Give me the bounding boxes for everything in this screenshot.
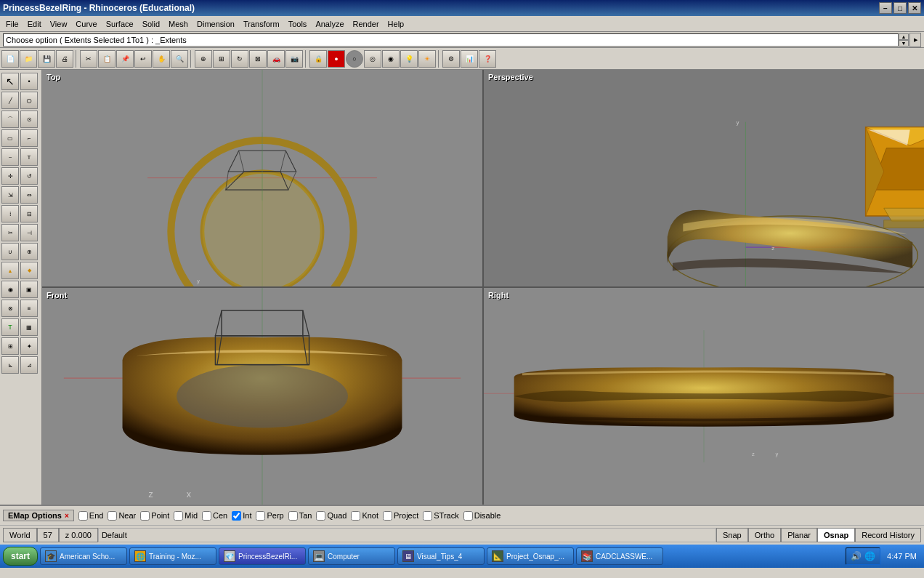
- snap-cen-check[interactable]: [202, 511, 211, 521]
- tb-light[interactable]: 💡: [400, 50, 418, 68]
- lt-mirror[interactable]: ⇔: [20, 186, 38, 204]
- lt-patch[interactable]: ◆: [20, 262, 38, 279]
- cmd-scroll-up[interactable]: ▲: [899, 33, 909, 40]
- snap-near-check[interactable]: [108, 511, 117, 521]
- menu-edit[interactable]: Edit: [23, 16, 46, 31]
- lt-polyline[interactable]: ⌐: [20, 129, 38, 147]
- status-snap[interactable]: Snap: [716, 528, 748, 542]
- snap-disable-check[interactable]: [463, 511, 473, 521]
- tb-camera[interactable]: 📷: [285, 50, 303, 68]
- lt-cage[interactable]: ⊞: [1, 337, 19, 355]
- tb-lock[interactable]: 🔒: [309, 50, 327, 68]
- menu-help[interactable]: Help: [384, 16, 409, 31]
- menu-dimension[interactable]: Dimension: [192, 16, 239, 31]
- lt-array[interactable]: ⁞: [1, 205, 19, 222]
- lt-extend[interactable]: ⊣: [20, 224, 38, 241]
- taskbar-app-rhino[interactable]: 💎 PrincessBezelRi...: [219, 547, 306, 565]
- tb-render-preview[interactable]: 🚗: [267, 50, 285, 68]
- tb-paste[interactable]: 📌: [116, 50, 134, 68]
- taskbar-app-computer[interactable]: 💻 Computer: [308, 547, 395, 565]
- snap-mid-check[interactable]: [174, 511, 183, 521]
- menu-view[interactable]: View: [46, 16, 72, 31]
- tb-new[interactable]: 📄: [1, 50, 19, 68]
- lt-arc[interactable]: ⌒: [1, 111, 19, 128]
- lt-extrude[interactable]: ▲: [1, 262, 19, 279]
- lt-rotate2[interactable]: ↺: [20, 167, 38, 185]
- menu-curve[interactable]: Curve: [71, 16, 101, 31]
- lt-hatch[interactable]: ▦: [20, 318, 38, 336]
- lt-ellipse[interactable]: ⊙: [20, 111, 38, 128]
- tb-save[interactable]: 💾: [38, 50, 55, 68]
- lt-layer[interactable]: ≡: [20, 300, 38, 317]
- snap-knot-check[interactable]: [351, 511, 360, 521]
- tb-zoom-win[interactable]: ⊞: [213, 50, 230, 68]
- lt-box[interactable]: ▣: [20, 281, 38, 298]
- tb-sun[interactable]: ☀: [418, 50, 436, 68]
- menu-analyze[interactable]: Analyze: [311, 16, 348, 31]
- snap-perp-check[interactable]: [256, 511, 265, 521]
- lt-select[interactable]: ↖: [1, 73, 19, 90]
- viewport-grid[interactable]: Top y x: [42, 70, 924, 505]
- lt-point[interactable]: •: [20, 73, 38, 90]
- menu-solid[interactable]: Solid: [138, 16, 164, 31]
- taskbar-app-visual[interactable]: 🖥 Visual_Tips_4: [397, 547, 485, 565]
- status-planar[interactable]: Planar: [781, 528, 817, 542]
- lt-dim[interactable]: T: [1, 318, 19, 336]
- tb-display[interactable]: ◉: [382, 50, 400, 68]
- viewport-right-canvas[interactable]: z y: [484, 288, 924, 505]
- viewport-front[interactable]: Front: [42, 288, 482, 505]
- lt-rect[interactable]: ▭: [1, 129, 19, 147]
- menu-transform[interactable]: Transform: [239, 16, 284, 31]
- status-ortho[interactable]: Ortho: [748, 528, 782, 542]
- menu-tools[interactable]: Tools: [284, 16, 312, 31]
- tb-print[interactable]: 🖨: [56, 50, 73, 68]
- snap-point-check[interactable]: [140, 511, 150, 521]
- viewport-perspective-canvas[interactable]: x y z: [484, 70, 924, 286]
- viewport-front-canvas[interactable]: z x: [42, 288, 482, 505]
- snap-project-check[interactable]: [383, 511, 392, 521]
- lt-offset[interactable]: ⊟: [20, 205, 38, 222]
- tb-copy[interactable]: 📋: [98, 50, 115, 68]
- tb-help[interactable]: ❓: [479, 50, 496, 68]
- tb-textures[interactable]: ◎: [364, 50, 381, 68]
- viewport-top[interactable]: Top y x: [42, 70, 482, 286]
- emap-title[interactable]: EMap Options ×: [3, 510, 74, 521]
- maximize-button[interactable]: □: [893, 2, 907, 14]
- tb-materials[interactable]: ●: [328, 50, 345, 68]
- lt-join[interactable]: ∪: [1, 243, 19, 260]
- viewport-right[interactable]: Right: [484, 288, 924, 505]
- tb-env[interactable]: ○: [346, 50, 363, 68]
- lt-freeform[interactable]: ~: [1, 148, 19, 166]
- tb-rotate[interactable]: ↻: [231, 50, 248, 68]
- lt-sphere[interactable]: ◉: [1, 281, 19, 298]
- snap-int-check[interactable]: [232, 511, 241, 521]
- lt-move[interactable]: ✛: [1, 167, 19, 185]
- tb-object-props[interactable]: 📊: [461, 50, 478, 68]
- viewport-perspective[interactable]: Perspective: [484, 70, 924, 286]
- tb-zoom-ext[interactable]: ⊕: [195, 50, 212, 68]
- taskbar-app-training[interactable]: 🌐 Training - Moz...: [129, 547, 216, 565]
- tb-pan[interactable]: ✋: [153, 50, 170, 68]
- snap-quad-check[interactable]: [316, 511, 325, 521]
- cmd-scroll-down[interactable]: ▼: [899, 40, 909, 47]
- lt-snap2[interactable]: ⊿: [20, 356, 38, 374]
- tb-settings[interactable]: ⚙: [442, 50, 460, 68]
- menu-surface[interactable]: Surface: [102, 16, 138, 31]
- menu-mesh[interactable]: Mesh: [164, 16, 192, 31]
- start-button[interactable]: start: [3, 547, 38, 566]
- tb-cut[interactable]: ✂: [80, 50, 97, 68]
- tb-undo[interactable]: ↩: [134, 50, 152, 68]
- tb-open[interactable]: 📁: [20, 50, 37, 68]
- lt-scale[interactable]: ⇲: [1, 186, 19, 204]
- snap-strack-check[interactable]: [423, 511, 432, 521]
- lt-circle[interactable]: ○: [20, 92, 38, 109]
- taskbar-app-project[interactable]: 📐 Project_Osnap_...: [487, 547, 574, 565]
- lt-explode[interactable]: ⊕: [20, 243, 38, 260]
- cmd-expand[interactable]: ▶: [909, 33, 921, 47]
- tb-zoom-all[interactable]: ⊠: [249, 50, 267, 68]
- status-osnap[interactable]: Osnap: [817, 528, 855, 542]
- lt-line[interactable]: ╱: [1, 92, 19, 109]
- menu-render[interactable]: Render: [349, 16, 384, 31]
- emap-close-btn[interactable]: ×: [65, 512, 69, 520]
- minimize-button[interactable]: −: [879, 2, 892, 14]
